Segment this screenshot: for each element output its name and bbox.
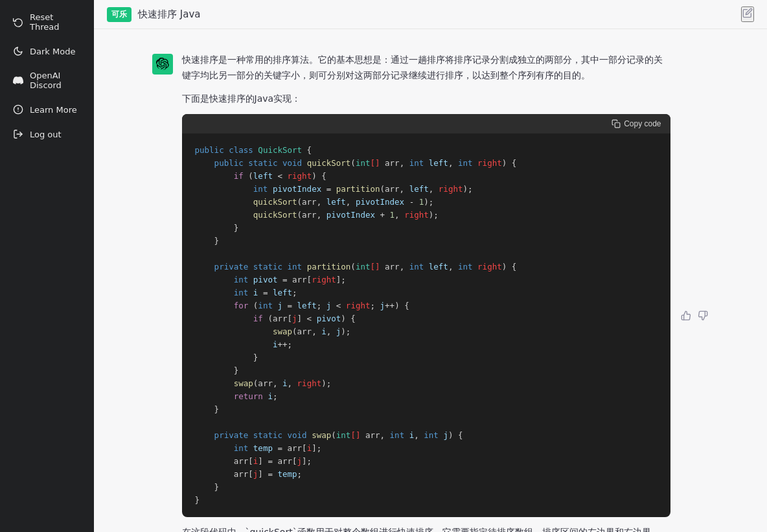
code-block: Copy code public class QuickSort { publi… <box>182 114 670 517</box>
thumbs-up-button[interactable] <box>680 54 693 532</box>
thumbs-down-button[interactable] <box>696 54 709 532</box>
code-header: Copy code <box>182 114 670 133</box>
reset-icon <box>13 17 23 27</box>
sidebar-item-learn-more[interactable]: Learn More <box>4 98 90 121</box>
sidebar-item-dark-mode[interactable]: Dark Mode <box>4 40 90 63</box>
sidebar-item-label: Log out <box>30 130 62 139</box>
header-title: 快速排序 Java <box>138 8 200 21</box>
sidebar-item-label: Learn More <box>30 105 77 115</box>
copy-code-button[interactable]: Copy code <box>612 119 661 128</box>
message-actions <box>680 54 709 532</box>
main-panel: 可乐 快速排序 Java 快速排序是一种常用的排序算法。它的基本思想是：通过一趟… <box>94 0 767 532</box>
moon-icon <box>13 46 23 56</box>
svg-rect-4 <box>615 123 620 128</box>
discord-icon <box>13 75 23 86</box>
sidebar-item-label: Reset Thread <box>30 12 81 32</box>
logout-icon <box>13 129 23 139</box>
sidebar-item-label: OpenAI Discord <box>30 71 81 90</box>
assistant-avatar <box>152 54 173 75</box>
sidebar: Reset Thread Dark Mode OpenAI Discord Le… <box>0 0 94 532</box>
header-left: 可乐 快速排序 Java <box>107 7 200 22</box>
header: 可乐 快速排序 Java <box>94 0 767 29</box>
learn-icon <box>13 104 23 115</box>
message-text: 快速排序是一种常用的排序算法。它的基本思想是：通过一趟排序将排序记录分割成独立的… <box>182 52 670 532</box>
header-badge: 可乐 <box>107 7 132 22</box>
sidebar-item-label: Dark Mode <box>30 47 75 56</box>
code-content: public class QuickSort { public static v… <box>182 133 670 517</box>
message-row: 快速排序是一种常用的排序算法。它的基本思想是：通过一趟排序将排序记录分割成独立的… <box>139 42 722 532</box>
copy-code-label: Copy code <box>624 119 661 128</box>
sidebar-item-reset-thread[interactable]: Reset Thread <box>4 6 90 38</box>
sidebar-item-log-out[interactable]: Log out <box>4 122 90 146</box>
sidebar-item-openai-discord[interactable]: OpenAI Discord <box>4 64 90 97</box>
chat-area: 快速排序是一种常用的排序算法。它的基本思想是：通过一趟排序将排序记录分割成独立的… <box>94 29 767 532</box>
edit-button[interactable] <box>741 6 754 22</box>
